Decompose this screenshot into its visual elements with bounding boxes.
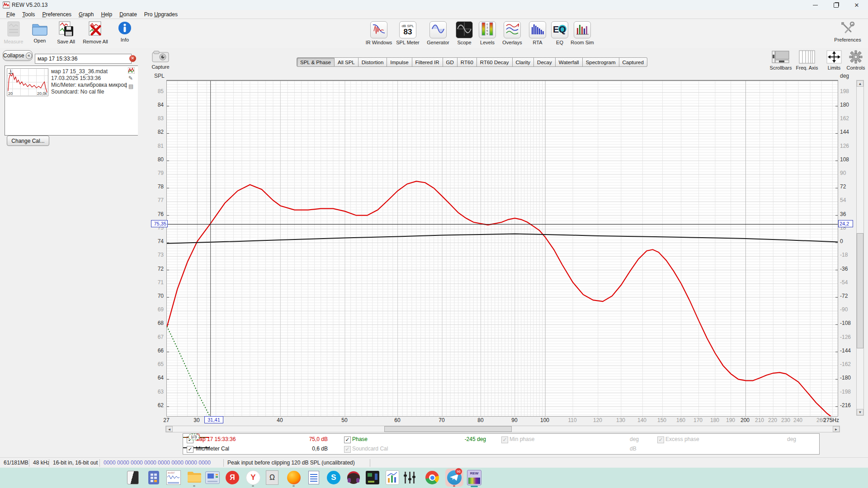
x-tick-275: 275Hz — [821, 417, 839, 423]
trace-color-icon[interactable] — [128, 67, 135, 74]
preferences-button[interactable]: Preferences — [832, 22, 863, 42]
vertical-scrollbar[interactable]: ▲ ▼ — [856, 80, 864, 416]
taskbar-yandex[interactable]: Я — [224, 469, 241, 486]
remove-all-button[interactable]: Remove All — [80, 21, 110, 44]
delete-measurement-button[interactable]: ✕ — [129, 55, 136, 62]
taskbar-skype[interactable]: S — [326, 469, 342, 486]
rta-button[interactable] — [529, 21, 546, 38]
menu-preferences[interactable]: Preferences — [38, 10, 75, 19]
right-tick--36: -36 — [840, 266, 855, 272]
right-tick--180: -180 — [840, 375, 855, 381]
menu-tools[interactable]: Tools — [19, 10, 38, 19]
open-button[interactable]: Open — [28, 21, 52, 44]
taskbar-chrome[interactable] — [424, 469, 440, 486]
taskbar-audio-manager[interactable] — [345, 469, 362, 486]
tab-captured[interactable]: Captured — [619, 57, 647, 67]
tab-distortion[interactable]: Distortion — [359, 57, 387, 67]
excess-phase-checkbox[interactable]: ✓ — [657, 436, 664, 443]
legend-min-phase-label: Min phase — [509, 436, 564, 443]
spl-meter-button[interactable]: dB SPL83 — [399, 21, 416, 38]
taskbar-file-explorer[interactable] — [186, 469, 203, 486]
right-tick--90: -90 — [840, 306, 855, 313]
legend-soundcard-cal-label: Soundcard Cal — [352, 446, 415, 452]
right-tick-144: 144 — [840, 129, 855, 135]
tab-rt60-decay[interactable]: RT60 Decay — [477, 57, 513, 67]
x-tick-70: 70 — [433, 417, 451, 423]
mic-cal-checkbox[interactable]: ✓ — [187, 446, 193, 453]
taskbar-rew[interactable]: REW — [466, 469, 482, 486]
taskbar-office[interactable]: Ω — [264, 469, 280, 486]
open-icon — [28, 21, 52, 37]
taskbar-yandex-browser[interactable]: Y — [245, 469, 261, 486]
levels-button[interactable]: 0369 — [479, 21, 496, 38]
menu-pro-upgrades[interactable]: Pro Upgrades — [141, 10, 181, 19]
save-all-button[interactable]: Save All — [54, 21, 78, 44]
skype-icon: S — [327, 471, 340, 484]
freq-axis-button[interactable]: Freq. Axis — [795, 50, 819, 70]
collapse-button[interactable]: Collapse « — [3, 50, 33, 61]
scroll-down-arrow[interactable]: ▼ — [857, 409, 863, 415]
tab-clarity[interactable]: Clarity — [513, 57, 534, 67]
controls-button[interactable]: Controls — [844, 50, 868, 70]
limits-button[interactable]: Limits — [822, 50, 846, 70]
left-tick-83: 83 — [149, 115, 164, 122]
capture-button[interactable]: Capture — [149, 51, 172, 70]
measurement-item[interactable]: 1 20 20,0k мар 17 15_33_36.mdat 17.03.20… — [5, 66, 137, 99]
taskbar-sticky-notes[interactable] — [125, 469, 141, 486]
phase-checkbox[interactable]: ✓ — [344, 436, 351, 443]
sticky-notes-icon — [127, 471, 139, 484]
info-button[interactable]: Info — [113, 21, 137, 44]
soundcard-cal-checkbox[interactable]: ✓ — [344, 446, 351, 453]
menu-graph[interactable]: Graph — [75, 10, 97, 19]
tab-waterfall[interactable]: Waterfall — [556, 57, 583, 67]
restore-button[interactable] — [826, 0, 846, 10]
status-segment-1: 48 kHz — [29, 459, 49, 467]
legend-phase-value: -245 deg — [462, 436, 486, 443]
measurement-name-input[interactable] — [35, 54, 132, 64]
vertical-scroll-thumb[interactable] — [857, 233, 863, 348]
left-tick-71: 71 — [149, 279, 164, 286]
change-cal-button[interactable]: Change Cal... — [7, 136, 49, 146]
cursor-deg-readout: 24,2 — [838, 220, 853, 227]
scope-button[interactable] — [456, 21, 473, 38]
eq-button[interactable]: EQ — [551, 21, 568, 38]
overlays-button[interactable] — [504, 21, 521, 38]
taskbar-media-player[interactable] — [364, 469, 381, 486]
min-phase-checkbox[interactable]: ✓ — [501, 436, 508, 443]
horizontal-scrollbar[interactable]: ◄ ► — [165, 426, 840, 432]
x-tick-110: 110 — [563, 417, 581, 423]
tab-rt60[interactable]: RT60 — [458, 57, 477, 67]
room-sim-button[interactable] — [574, 21, 591, 38]
minimize-button[interactable] — [805, 0, 826, 10]
taskbar-firefox[interactable] — [286, 469, 302, 486]
close-button[interactable]: ✕ — [846, 0, 867, 10]
tab-impulse[interactable]: Impulse — [387, 57, 412, 67]
notes-icon[interactable]: ▤ — [128, 83, 133, 89]
generator-button[interactable] — [429, 21, 447, 38]
scroll-left-arrow[interactable]: ◄ — [166, 426, 173, 432]
edit-pencil-icon[interactable]: ✎ — [128, 75, 133, 81]
tab-spectrogram[interactable]: Spectrogram — [583, 57, 619, 67]
tab-all-spl[interactable]: All SPL — [335, 57, 359, 67]
thumbnail-freq-high: 20,0k — [37, 91, 47, 96]
plot-area[interactable] — [166, 80, 838, 417]
menu-donate[interactable]: Donate — [116, 10, 141, 19]
tab-gd[interactable]: GD — [443, 57, 458, 67]
tab-filtered-ir[interactable]: Filtered IR — [412, 57, 443, 67]
menu-help[interactable]: Help — [97, 10, 116, 19]
tab-spl-phase[interactable]: SPL & Phase — [297, 57, 335, 67]
menu-file[interactable]: File — [3, 10, 19, 19]
taskbar-audio-editor[interactable]: audof — [165, 469, 182, 486]
taskbar-notes[interactable] — [306, 469, 322, 486]
scroll-up-arrow[interactable]: ▲ — [857, 80, 863, 87]
scroll-right-arrow[interactable]: ► — [833, 426, 840, 432]
ir-windows-button[interactable] — [370, 21, 387, 38]
chrome-icon — [425, 471, 439, 484]
horizontal-scroll-thumb[interactable] — [384, 426, 512, 432]
taskbar-calculator[interactable] — [146, 469, 162, 486]
taskbar-analytics[interactable] — [384, 469, 401, 486]
tab-decay[interactable]: Decay — [534, 57, 556, 67]
taskbar-equalizer[interactable] — [401, 469, 418, 486]
scrollbars-button[interactable]: Scrollbars — [769, 50, 793, 70]
taskbar-graphics-settings[interactable] — [204, 469, 221, 486]
